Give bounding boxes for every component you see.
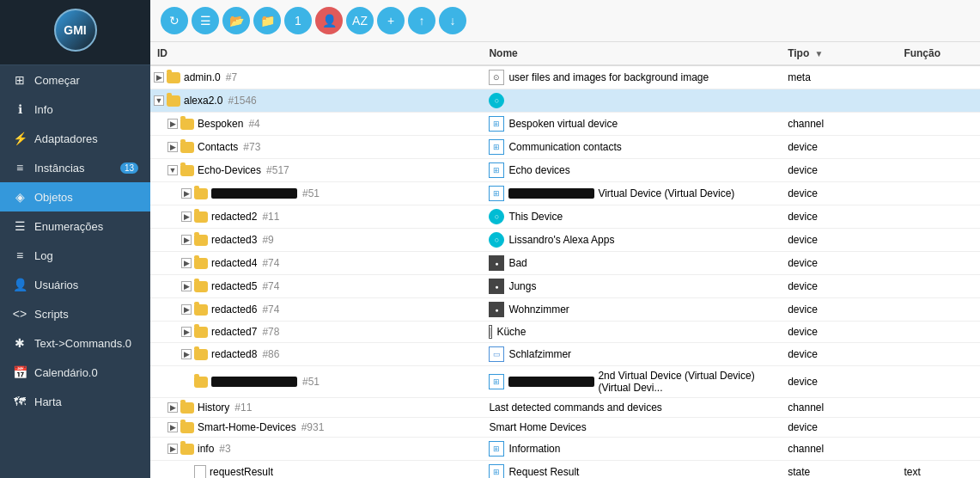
row-id-text: requestResult <box>210 466 273 478</box>
table-row[interactable]: ▶redacted5#74●Jungsdevice <box>150 275 980 298</box>
expand-btn[interactable]: ▶ <box>167 422 178 432</box>
id-num: #7 <box>226 71 237 83</box>
table-row[interactable]: requestResult⊞Request Resultstatetext <box>150 461 980 479</box>
nav-label: Usuários <box>34 279 78 291</box>
sidebar-item-adaptadores[interactable]: ⚡Adaptadores <box>0 124 150 153</box>
sidebar-item-comecar[interactable]: ⊞Começar <box>0 65 150 95</box>
cell-id: ▼alexa2.0#1546 <box>150 89 482 113</box>
az-sort-button[interactable]: AZ <box>346 7 374 34</box>
id-num: #11 <box>234 401 252 414</box>
col-tipo[interactable]: Tipo ▼ <box>781 42 897 65</box>
expand-btn[interactable]: ▶ <box>154 72 164 83</box>
table-row[interactable]: ▶redacted7#78│Küchedevice <box>150 322 980 343</box>
download-button[interactable]: ↓ <box>439 7 466 34</box>
grid-icon: ⊞ <box>489 139 504 155</box>
cell-funcao <box>897 159 980 182</box>
cell-id: ▶redacted3#9 <box>150 229 482 252</box>
alexa-icon: ○ <box>489 209 504 224</box>
folder-icon <box>194 377 208 388</box>
cell-type: device <box>781 182 897 205</box>
refresh-button[interactable]: ↻ <box>161 7 188 34</box>
folder-icon <box>194 235 208 246</box>
sidebar-item-instancias[interactable]: ≡Instâncias13 <box>0 153 150 182</box>
number-button[interactable]: 1 <box>284 7 312 34</box>
cell-type: device <box>781 366 897 398</box>
table-row[interactable]: ▶#51⊞Virtual Device (Virtual Device)devi… <box>150 182 980 205</box>
table-row[interactable]: ▶Smart-Home-Devices#931Smart Home Device… <box>150 418 980 438</box>
folder-open-button[interactable]: 📂 <box>222 7 250 34</box>
sidebar-item-calendario[interactable]: 📅Calendário.0 <box>0 358 150 387</box>
log-icon: ≡ <box>12 248 27 262</box>
cell-type: device <box>781 229 897 252</box>
usuarios-icon: 👤 <box>12 278 27 291</box>
folder-add-button[interactable]: 📁 <box>253 7 281 34</box>
expand-btn[interactable]: ▶ <box>181 188 192 199</box>
nav-label: Harta <box>34 395 62 408</box>
table-row[interactable]: ▼Echo-Devices#517⊞Echo devicesdevice <box>150 159 980 182</box>
sidebar-item-enumeracoes[interactable]: ☰Enumerações <box>0 211 150 241</box>
expand-btn[interactable]: ▶ <box>181 281 192 291</box>
cell-type: device <box>781 205 897 229</box>
folder-icon <box>180 142 194 153</box>
expand-btn[interactable]: ▶ <box>181 327 192 337</box>
toolbar: ↻☰📂📁1👤AZ+↑↓ <box>150 0 980 42</box>
cell-type: channel <box>781 398 897 418</box>
expand-btn[interactable]: ▼ <box>154 95 164 106</box>
sidebar-item-info[interactable]: ℹInfo <box>0 95 150 124</box>
cell-id: requestResult <box>150 461 482 479</box>
expand-btn[interactable]: ▶ <box>167 142 178 152</box>
upload-button[interactable]: ↑ <box>408 7 435 34</box>
sidebar-item-scripts[interactable]: <>Scripts <box>0 299 150 328</box>
thin-icon: │ <box>489 325 492 339</box>
cell-type: device <box>781 159 897 182</box>
table-row[interactable]: ▶Contacts#73⊞Communication contactsdevic… <box>150 136 980 159</box>
expand-btn[interactable]: ▶ <box>167 402 178 413</box>
expand-btn[interactable]: ▶ <box>181 211 192 222</box>
folder-icon <box>194 211 208 223</box>
sidebar-item-objetos[interactable]: ◈Objetos <box>0 182 150 211</box>
table-row[interactable]: ▶info#3⊞Informationchannel <box>150 438 980 461</box>
cell-type: device <box>781 343 897 366</box>
expand-btn[interactable]: ▼ <box>167 165 178 175</box>
expand-btn[interactable]: ▶ <box>181 304 192 315</box>
col-nome: Nome <box>482 42 781 65</box>
expand-btn[interactable]: ▶ <box>181 258 192 268</box>
objects-table-container[interactable]: ID Nome Tipo ▼ Função ▶admin.0#7⊙user fi… <box>150 42 980 478</box>
cell-funcao <box>897 65 980 89</box>
grid-icon: ⊞ <box>489 464 504 478</box>
cell-funcao <box>897 418 980 438</box>
sidebar: GMI ⊞ComeçarℹInfo⚡Adaptadores≡Instâncias… <box>0 0 150 478</box>
table-row[interactable]: ▶redacted2#11○This Devicedevice <box>150 205 980 229</box>
table-row[interactable]: ▶redacted3#9○Lissandro's Alexa Appsdevic… <box>150 229 980 252</box>
sidebar-item-text-commands[interactable]: ✱Text->Commands.0 <box>0 328 150 358</box>
expand-btn[interactable]: ▶ <box>167 119 178 129</box>
list-view-button[interactable]: ☰ <box>192 7 219 34</box>
table-row[interactable]: #51⊞2nd Virtual Device (Virtual Device) … <box>150 366 980 398</box>
cell-type: channel <box>781 438 897 461</box>
sidebar-item-usuarios[interactable]: 👤Usuários <box>0 270 150 299</box>
table-row[interactable]: ▼alexa2.0#1546○ <box>150 89 980 113</box>
cell-id: ▶admin.0#7 <box>150 65 482 89</box>
cell-funcao <box>897 113 980 136</box>
sidebar-item-harta[interactable]: 🗺Harta <box>0 387 150 416</box>
table-row[interactable]: ▶admin.0#7⊙user files and images for bac… <box>150 65 980 89</box>
sidebar-item-log[interactable]: ≡Log <box>0 241 150 270</box>
table-row[interactable]: ▶History#11Last detected commands and de… <box>150 398 980 418</box>
name-text: Request Result <box>508 466 579 478</box>
add-button[interactable]: + <box>377 7 405 34</box>
col-funcao: Função <box>897 42 980 65</box>
expand-btn[interactable]: ▶ <box>181 349 192 359</box>
table-row[interactable]: ▶Bespoken#4⊞Bespoken virtual devicechann… <box>150 113 980 136</box>
row-id-text: redacted7 <box>211 326 257 338</box>
user-alert-button[interactable]: 👤 <box>315 7 343 34</box>
expand-btn[interactable]: ▶ <box>181 235 192 245</box>
table-row[interactable]: ▶redacted6#74●Wohnzimmerdevice <box>150 298 980 322</box>
harta-icon: 🗺 <box>12 395 27 408</box>
table-row[interactable]: ▶redacted8#86▭Schlafzimmerdevice <box>150 343 980 366</box>
alexa-icon: ○ <box>489 93 504 108</box>
cell-name: ●Jungs <box>482 275 781 298</box>
grid-icon: ⊞ <box>489 162 504 178</box>
table-row[interactable]: ▶redacted4#74●Baddevice <box>150 252 980 275</box>
folder-icon <box>194 304 208 316</box>
expand-btn[interactable]: ▶ <box>167 444 178 454</box>
